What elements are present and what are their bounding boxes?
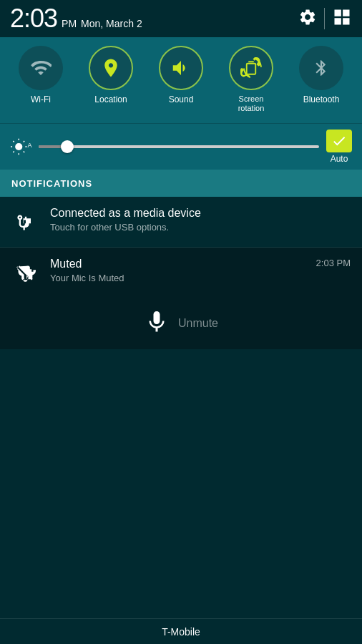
brightness-row: A Auto [0,123,362,170]
status-divider [324,8,325,29]
unmute-row[interactable]: Unmute [0,298,362,349]
muted-notification: Muted Your Mic Is Muted 2:03 PM Unmute [0,248,362,349]
qs-location[interactable]: Location [89,46,133,104]
microphone-icon [144,309,170,338]
qs-wifi[interactable]: Wi-Fi [19,46,63,104]
sound-label: Sound [169,94,194,104]
muted-icon [11,259,40,288]
time-ampm: PM [62,18,77,29]
grid-icon[interactable] [332,7,352,30]
svg-rect-0 [247,64,256,74]
location-label: Location [94,94,127,104]
status-icons [298,7,352,30]
settings-icon[interactable] [298,8,317,29]
usb-icon [11,208,40,237]
carrier-name: T-Mobile [162,626,200,638]
qs-bluetooth[interactable]: Bluetooth [299,46,343,104]
unmute-label: Unmute [178,317,218,330]
carrier-bar: T-Mobile [0,618,362,644]
auto-brightness-toggle[interactable]: Auto [326,130,352,164]
muted-content: Muted Your Mic Is Muted [50,258,310,283]
brightness-icon: A [10,136,31,157]
brightness-slider[interactable] [39,145,319,148]
usb-notification[interactable]: Connected as a media device Touch for ot… [0,197,362,248]
notifications-header: NOTIFICATIONS [0,170,362,197]
date-display: Mon, March 2 [81,18,142,29]
qs-sound[interactable]: Sound [159,46,203,104]
auto-label: Auto [331,154,348,164]
brightness-thumb [61,140,74,153]
muted-time: 2:03 PM [316,258,351,268]
bluetooth-label: Bluetooth [303,94,340,104]
wifi-label: Wi-Fi [31,94,51,104]
muted-notification-row[interactable]: Muted Your Mic Is Muted 2:03 PM [0,248,362,298]
quick-settings-icons: Wi-Fi Location Sound [0,46,362,113]
screen-rotation-label: Screen rotation [238,94,265,113]
qs-screen-rotation[interactable]: Screen rotation [229,46,273,113]
usb-subtitle: Touch for other USB options. [50,222,351,233]
time-display: 2:03 [10,4,57,34]
auto-check-box [326,130,352,152]
notifications-title: NOTIFICATIONS [11,178,92,189]
bluetooth-circle [299,46,343,90]
wifi-circle [19,46,63,90]
sound-circle [159,46,203,90]
muted-subtitle: Your Mic Is Muted [50,273,310,283]
screen-rotation-circle [229,46,273,90]
status-bar: 2:03 PM Mon, March 2 [0,0,362,37]
quick-settings-panel: Wi-Fi Location Sound [0,37,362,123]
notifications-list: Connected as a media device Touch for ot… [0,197,362,349]
location-circle [89,46,133,90]
time-block: 2:03 PM Mon, March 2 [10,4,142,34]
usb-title: Connected as a media device [50,207,351,220]
usb-content: Connected as a media device Touch for ot… [50,207,351,233]
muted-title: Muted [50,258,310,270]
